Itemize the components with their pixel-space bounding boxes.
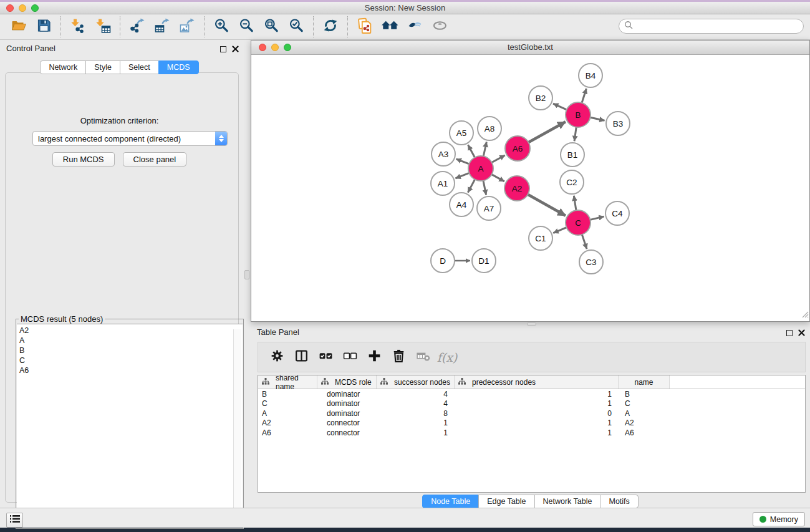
edge-C-C1[interactable]	[553, 228, 566, 233]
split-view-button[interactable]	[291, 347, 312, 368]
node-C2[interactable]: C2	[560, 170, 584, 194]
close-table-panel-icon[interactable]	[798, 327, 805, 339]
save-session-button[interactable]	[31, 16, 56, 37]
network-canvas[interactable]: B4B2BB3A5A8A6B1A3AA1C2A2A4A7C4CC1C3DD1	[251, 55, 809, 321]
table-row[interactable]: Bdominator41B	[258, 389, 805, 399]
zoom-in-button[interactable]	[209, 16, 234, 37]
node-B[interactable]: B	[566, 102, 591, 127]
function-builder-button[interactable]: f(x)	[436, 347, 458, 368]
show-all-button[interactable]	[427, 16, 452, 37]
node-A1[interactable]: A1	[431, 172, 455, 195]
mcds-result-item[interactable]: C	[19, 355, 243, 365]
edge-B-B4[interactable]	[582, 89, 586, 103]
edge-A-A6[interactable]	[492, 155, 505, 162]
select-all-button[interactable]	[315, 347, 336, 368]
edge-A-A2[interactable]	[492, 175, 504, 181]
node-C4[interactable]: C4	[605, 201, 629, 225]
edge-A-A7[interactable]	[483, 181, 486, 195]
float-table-panel-icon[interactable]	[786, 330, 793, 336]
node-A8[interactable]: A8	[478, 117, 501, 140]
delete-table-button[interactable]	[412, 347, 433, 368]
add-column-button[interactable]	[364, 347, 385, 368]
node-B3[interactable]: B3	[606, 112, 630, 135]
column-header-shared-name[interactable]: shared name	[258, 375, 317, 389]
memory-button[interactable]: Memory	[753, 512, 805, 526]
table-row[interactable]: A6connector11A6	[258, 428, 805, 438]
network-window-titlebar[interactable]: testGlobe.txt	[251, 41, 809, 55]
tab-select[interactable]: Select	[120, 60, 159, 74]
edge-C-C3[interactable]	[582, 235, 587, 249]
search-input[interactable]	[634, 20, 803, 32]
close-panel-button[interactable]: Close panel	[123, 152, 187, 167]
vertical-splitter-handle[interactable]	[244, 270, 249, 279]
run-mcds-button[interactable]: Run MCDS	[52, 152, 115, 167]
zoom-fit-button[interactable]	[259, 16, 284, 37]
refresh-button[interactable]	[318, 16, 343, 37]
criterion-dropdown[interactable]: largest connected component (directed)	[32, 131, 228, 146]
tab-node-table[interactable]: Node Table	[422, 495, 479, 508]
mcds-result-item[interactable]: A2	[19, 326, 243, 336]
node-C1[interactable]: C1	[529, 226, 552, 250]
delete-columns-button[interactable]	[388, 347, 409, 368]
window-resize-grip[interactable]	[800, 309, 809, 321]
column-header-name[interactable]: name	[619, 375, 670, 389]
column-header-successor-nodes[interactable]: successor nodes	[377, 375, 455, 389]
edge-A-A3[interactable]	[456, 159, 470, 164]
mcds-result-item[interactable]: A6	[19, 365, 243, 375]
node-A5[interactable]: A5	[450, 121, 473, 145]
edge-A-A5[interactable]	[468, 145, 475, 157]
tab-network[interactable]: Network	[40, 60, 86, 74]
node-A7[interactable]: A7	[477, 196, 501, 220]
search-field[interactable]	[619, 19, 804, 34]
first-neighbors-button[interactable]	[377, 16, 402, 37]
task-history-button[interactable]	[6, 513, 23, 528]
deselect-all-button[interactable]	[339, 347, 360, 368]
export-image-button[interactable]	[175, 16, 200, 37]
open-file-button[interactable]	[6, 16, 31, 37]
result-scrollbar[interactable]	[233, 329, 241, 526]
edge-A-A1[interactable]	[455, 173, 469, 178]
node-C[interactable]: C	[566, 210, 591, 235]
zoom-selected-button[interactable]	[284, 16, 309, 37]
node-B2[interactable]: B2	[529, 86, 552, 110]
export-network-button[interactable]	[125, 16, 150, 37]
node-D1[interactable]: D1	[472, 249, 496, 273]
column-header-predecessor-nodes[interactable]: predecessor nodes	[455, 375, 619, 389]
edge-C-C2[interactable]	[574, 196, 576, 210]
edge-C-C4[interactable]	[590, 216, 604, 220]
node-C3[interactable]: C3	[579, 250, 603, 274]
close-panel-icon[interactable]	[232, 44, 239, 55]
node-A4[interactable]: A4	[450, 193, 473, 216]
edge-A2-C[interactable]	[528, 195, 566, 216]
mcds-result-item[interactable]: B	[19, 346, 243, 355]
node-A[interactable]: A	[468, 156, 493, 181]
float-panel-icon[interactable]	[220, 46, 226, 52]
tab-edge-table[interactable]: Edge Table	[478, 495, 534, 508]
edge-B-B3[interactable]	[591, 117, 605, 120]
edge-A-A8[interactable]	[483, 142, 486, 156]
node-D[interactable]: D	[431, 249, 455, 273]
node-A2[interactable]: A2	[504, 176, 529, 201]
tab-mcds[interactable]: MCDS	[158, 60, 199, 74]
edge-B-B1[interactable]	[574, 127, 576, 141]
edge-A-A4[interactable]	[468, 180, 475, 193]
tab-motifs[interactable]: Motifs	[600, 495, 638, 508]
import-network-button[interactable]	[65, 16, 90, 37]
edge-B-B2[interactable]	[553, 104, 567, 110]
export-table-button[interactable]	[150, 16, 175, 37]
hide-selected-button[interactable]	[402, 16, 427, 37]
node-B4[interactable]: B4	[579, 64, 602, 87]
table-row[interactable]: Adominator80A	[258, 409, 805, 418]
edge-A6-B[interactable]	[528, 122, 565, 142]
mcds-result-item[interactable]: A	[19, 336, 243, 346]
node-B1[interactable]: B1	[561, 143, 584, 167]
table-row[interactable]: Cdominator41C	[258, 399, 805, 409]
node-A6[interactable]: A6	[505, 136, 530, 161]
table-settings-button[interactable]	[266, 347, 287, 368]
column-header-mcds-role[interactable]: MCDS role	[317, 375, 377, 389]
tab-network-table[interactable]: Network Table	[534, 495, 601, 508]
copy-network-button[interactable]	[352, 16, 377, 37]
table-row[interactable]: A2connector11A2	[258, 418, 805, 428]
import-table-button[interactable]	[90, 16, 115, 37]
zoom-out-button[interactable]	[234, 16, 259, 37]
